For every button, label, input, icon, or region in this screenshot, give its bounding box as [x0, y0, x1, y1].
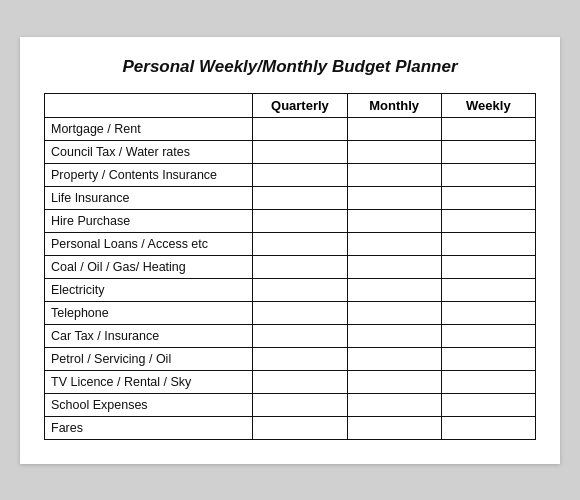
row-label: Council Tax / Water rates	[45, 140, 253, 163]
row-label: Fares	[45, 416, 253, 439]
column-header-monthly: Monthly	[347, 93, 441, 117]
row-quarterly-cell[interactable]	[253, 117, 347, 140]
row-weekly-cell[interactable]	[441, 186, 535, 209]
row-quarterly-cell[interactable]	[253, 416, 347, 439]
budget-table: Quarterly Monthly Weekly Mortgage / Rent…	[44, 93, 536, 440]
page-title: Personal Weekly/Monthly Budget Planner	[44, 57, 536, 77]
row-monthly-cell[interactable]	[347, 301, 441, 324]
budget-planner-page: Personal Weekly/Monthly Budget Planner Q…	[20, 37, 560, 464]
row-quarterly-cell[interactable]	[253, 186, 347, 209]
row-weekly-cell[interactable]	[441, 117, 535, 140]
row-quarterly-cell[interactable]	[253, 255, 347, 278]
row-quarterly-cell[interactable]	[253, 140, 347, 163]
row-monthly-cell[interactable]	[347, 232, 441, 255]
row-weekly-cell[interactable]	[441, 324, 535, 347]
row-label: Car Tax / Insurance	[45, 324, 253, 347]
row-monthly-cell[interactable]	[347, 163, 441, 186]
row-weekly-cell[interactable]	[441, 347, 535, 370]
row-quarterly-cell[interactable]	[253, 232, 347, 255]
row-label: Mortgage / Rent	[45, 117, 253, 140]
row-quarterly-cell[interactable]	[253, 278, 347, 301]
row-label: Coal / Oil / Gas/ Heating	[45, 255, 253, 278]
row-quarterly-cell[interactable]	[253, 393, 347, 416]
row-label: TV Licence / Rental / Sky	[45, 370, 253, 393]
row-label: Petrol / Servicing / Oil	[45, 347, 253, 370]
row-monthly-cell[interactable]	[347, 140, 441, 163]
row-weekly-cell[interactable]	[441, 393, 535, 416]
row-monthly-cell[interactable]	[347, 209, 441, 232]
row-quarterly-cell[interactable]	[253, 324, 347, 347]
row-label: Life Insurance	[45, 186, 253, 209]
row-label: Electricity	[45, 278, 253, 301]
table-row: Car Tax / Insurance	[45, 324, 536, 347]
row-monthly-cell[interactable]	[347, 347, 441, 370]
table-row: School Expenses	[45, 393, 536, 416]
row-monthly-cell[interactable]	[347, 255, 441, 278]
table-row: Mortgage / Rent	[45, 117, 536, 140]
row-quarterly-cell[interactable]	[253, 347, 347, 370]
row-label: Property / Contents Insurance	[45, 163, 253, 186]
row-weekly-cell[interactable]	[441, 209, 535, 232]
row-quarterly-cell[interactable]	[253, 370, 347, 393]
row-monthly-cell[interactable]	[347, 393, 441, 416]
row-weekly-cell[interactable]	[441, 255, 535, 278]
table-row: Life Insurance	[45, 186, 536, 209]
column-header-quarterly: Quarterly	[253, 93, 347, 117]
row-weekly-cell[interactable]	[441, 301, 535, 324]
row-label: School Expenses	[45, 393, 253, 416]
row-weekly-cell[interactable]	[441, 140, 535, 163]
column-header-label	[45, 93, 253, 117]
table-row: Hire Purchase	[45, 209, 536, 232]
table-row: Property / Contents Insurance	[45, 163, 536, 186]
row-monthly-cell[interactable]	[347, 416, 441, 439]
row-weekly-cell[interactable]	[441, 232, 535, 255]
table-row: Council Tax / Water rates	[45, 140, 536, 163]
row-weekly-cell[interactable]	[441, 278, 535, 301]
row-label: Telephone	[45, 301, 253, 324]
row-quarterly-cell[interactable]	[253, 163, 347, 186]
table-body: Mortgage / RentCouncil Tax / Water rates…	[45, 117, 536, 439]
row-monthly-cell[interactable]	[347, 324, 441, 347]
row-weekly-cell[interactable]	[441, 416, 535, 439]
row-quarterly-cell[interactable]	[253, 301, 347, 324]
row-label: Hire Purchase	[45, 209, 253, 232]
row-weekly-cell[interactable]	[441, 370, 535, 393]
row-weekly-cell[interactable]	[441, 163, 535, 186]
table-row: Telephone	[45, 301, 536, 324]
row-label: Personal Loans / Access etc	[45, 232, 253, 255]
table-row: Personal Loans / Access etc	[45, 232, 536, 255]
table-row: Petrol / Servicing / Oil	[45, 347, 536, 370]
table-row: Electricity	[45, 278, 536, 301]
table-row: Fares	[45, 416, 536, 439]
row-monthly-cell[interactable]	[347, 370, 441, 393]
table-row: Coal / Oil / Gas/ Heating	[45, 255, 536, 278]
table-header-row: Quarterly Monthly Weekly	[45, 93, 536, 117]
row-quarterly-cell[interactable]	[253, 209, 347, 232]
row-monthly-cell[interactable]	[347, 278, 441, 301]
row-monthly-cell[interactable]	[347, 186, 441, 209]
row-monthly-cell[interactable]	[347, 117, 441, 140]
table-row: TV Licence / Rental / Sky	[45, 370, 536, 393]
column-header-weekly: Weekly	[441, 93, 535, 117]
